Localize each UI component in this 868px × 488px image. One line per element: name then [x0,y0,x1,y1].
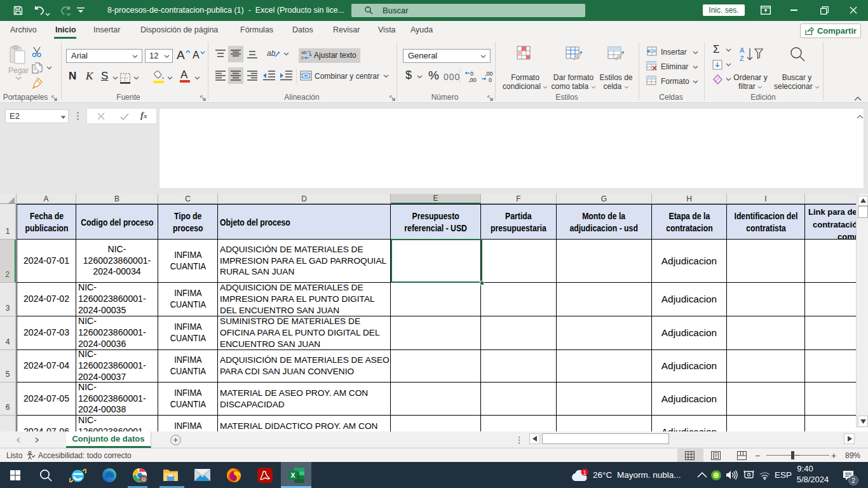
svg-text:2: 2 [851,477,855,484]
svg-text:,00: ,00 [468,77,477,83]
svg-text:A: A [740,46,745,54]
svg-text:0: 0 [489,77,492,83]
svg-text:X: X [290,471,295,479]
svg-text:G: G [142,477,146,482]
svg-text:Z: Z [740,55,744,62]
svg-text:0: 0 [470,71,473,77]
svg-text:1: 1 [583,470,586,476]
svg-text:ab: ab [267,49,276,58]
svg-text:c: c [301,55,304,60]
svg-text:,00: ,00 [485,71,493,77]
